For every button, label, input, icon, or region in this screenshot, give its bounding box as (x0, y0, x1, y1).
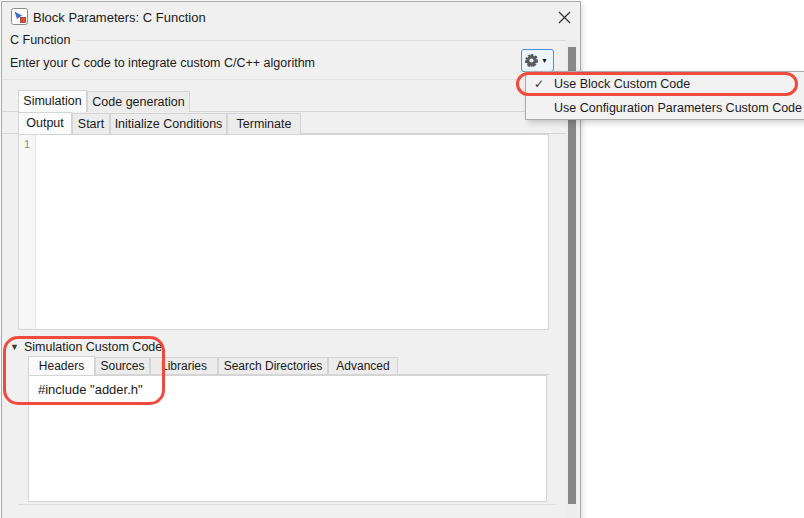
menu-item-label: Use Configuration Parameters Custom Code (554, 101, 802, 115)
menu-item-use-configuration-parameters-custom-code[interactable]: Use Configuration Parameters Custom Code (526, 96, 804, 120)
collapse-triangle-icon[interactable]: ▼ (10, 342, 19, 352)
simulation-custom-code-label[interactable]: Simulation Custom Code (24, 340, 162, 354)
dialog-title: Block Parameters: C Function (33, 10, 206, 25)
tab-code-generation[interactable]: Code generation (87, 91, 190, 112)
screenshot-stage: Block Parameters: C Function C Function … (0, 0, 804, 518)
check-icon: ✓ (534, 72, 544, 96)
tab-output[interactable]: Output (18, 112, 72, 134)
line-number-gutter: 1 (19, 135, 36, 329)
tab-headers[interactable]: Headers (28, 356, 95, 375)
code-input-area[interactable] (36, 135, 548, 329)
panel-bottom-border (18, 504, 556, 505)
line-number: 1 (24, 138, 30, 150)
group-box-label: C Function (10, 33, 76, 47)
tab-advanced[interactable]: Advanced (328, 357, 398, 374)
group-box-line (68, 40, 573, 41)
close-icon[interactable] (554, 7, 574, 27)
chevron-down-icon[interactable]: ▼ (541, 50, 552, 71)
block-parameters-dialog: Block Parameters: C Function C Function … (1, 1, 581, 518)
header-separator (2, 79, 578, 80)
menu-item-label: Use Block Custom Code (554, 77, 690, 91)
dialog-description: Enter your C code to integrate custom C/… (10, 56, 315, 70)
custom-code-source-menu: ✓ Use Block Custom Code Use Configuratio… (525, 71, 804, 120)
tab-initialize-conditions[interactable]: Initialize Conditions (110, 113, 227, 134)
tab-start[interactable]: Start (72, 113, 110, 134)
headers-text-area[interactable]: #include "adder.h" (28, 375, 547, 502)
output-code-editor[interactable]: 1 (18, 134, 549, 330)
tab-simulation[interactable]: Simulation (18, 90, 87, 112)
menu-item-use-block-custom-code[interactable]: ✓ Use Block Custom Code (526, 72, 804, 96)
tab-libraries[interactable]: Libraries (150, 357, 218, 374)
simulink-block-icon (11, 8, 28, 25)
gear-icon[interactable] (522, 54, 541, 67)
settings-dropdown-button[interactable]: ▼ (521, 49, 554, 72)
tab-terminate[interactable]: Terminate (227, 113, 301, 134)
tab-search-directories[interactable]: Search Directories (218, 357, 328, 374)
tab-sources[interactable]: Sources (95, 357, 150, 374)
headers-content[interactable]: #include "adder.h" (29, 376, 546, 397)
